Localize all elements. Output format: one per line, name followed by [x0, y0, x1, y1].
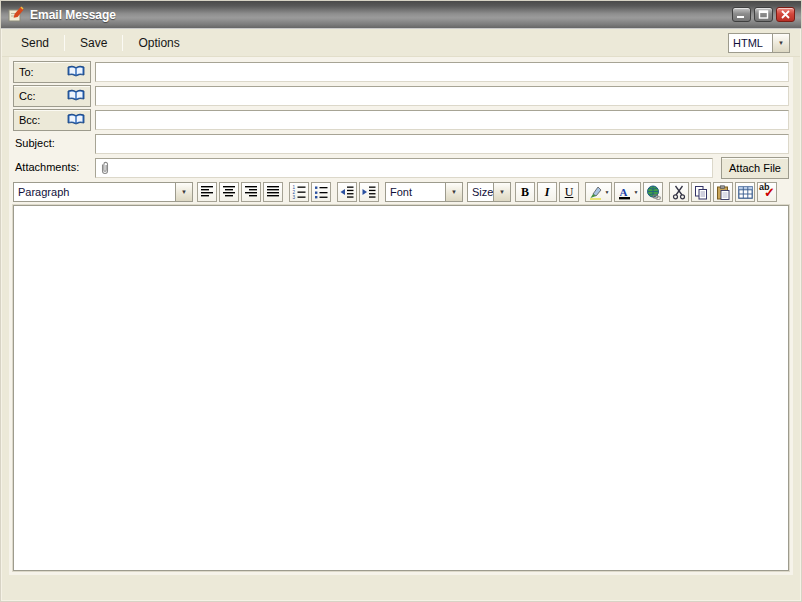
window-controls [732, 7, 795, 22]
to-row: To: [13, 61, 789, 83]
align-center-icon [222, 185, 236, 199]
subject-label: Subject: [15, 137, 55, 149]
attachments-label: Attachments: [15, 161, 79, 173]
bullet-list-icon [314, 185, 328, 199]
copy-button[interactable] [691, 182, 711, 202]
underline-icon: U [565, 185, 574, 200]
content-panel: To: Cc: [9, 57, 793, 575]
align-center-button[interactable] [219, 182, 239, 202]
compose-icon [7, 6, 24, 23]
align-left-icon [200, 185, 214, 199]
align-right-icon [244, 185, 258, 199]
highlight-icon [588, 185, 603, 200]
font-value: Font [386, 183, 445, 201]
svg-text:3: 3 [293, 195, 296, 199]
italic-button[interactable]: I [537, 182, 557, 202]
indent-icon [362, 185, 376, 199]
highlight-color-button[interactable]: ▼ [585, 182, 612, 202]
spellcheck-button[interactable]: ab ✓ [757, 182, 777, 202]
command-bar: Send Save Options HTML ▼ [2, 30, 800, 57]
spellcheck-icon: ab ✓ [759, 184, 775, 200]
align-left-button[interactable] [197, 182, 217, 202]
insert-link-button[interactable] [643, 182, 663, 202]
send-button[interactable]: Send [12, 31, 58, 55]
globe-link-icon [646, 185, 661, 200]
underline-button[interactable]: U [559, 182, 579, 202]
minimize-button[interactable] [732, 7, 751, 22]
cc-input[interactable] [95, 86, 789, 106]
attachments-row: Attachments: Attach File [13, 157, 789, 179]
to-addressbook-button[interactable]: To: [13, 61, 91, 83]
cc-row: Cc: [13, 85, 789, 107]
subject-input[interactable] [95, 134, 789, 154]
align-right-button[interactable] [241, 182, 261, 202]
numbered-list-button[interactable]: 123 [289, 182, 309, 202]
justify-button[interactable] [263, 182, 283, 202]
justify-icon [266, 185, 280, 199]
chevron-down-icon[interactable]: ▼ [175, 183, 192, 201]
outdent-icon [340, 185, 354, 199]
save-button[interactable]: Save [71, 31, 116, 55]
numbered-list-icon: 123 [292, 185, 306, 199]
email-message-window: Email Message Send Save Options HTML ▼ [0, 0, 802, 602]
address-book-icon [67, 88, 85, 104]
to-input[interactable] [95, 62, 789, 82]
chevron-down-icon: ▼ [634, 189, 639, 195]
size-select[interactable]: Size ▼ [467, 182, 511, 202]
paste-button[interactable] [713, 182, 733, 202]
bold-button[interactable]: B [515, 182, 535, 202]
size-value: Size [468, 183, 493, 201]
copy-icon [694, 185, 708, 200]
bcc-row: Bcc: [13, 109, 789, 131]
cut-button[interactable] [669, 182, 689, 202]
maximize-button[interactable] [754, 7, 773, 22]
chevron-down-icon[interactable]: ▼ [772, 34, 789, 52]
subject-row: Subject: [13, 133, 789, 155]
format-toolbar: Paragraph ▼ 123 [13, 181, 789, 203]
cut-icon [672, 185, 686, 200]
chevron-down-icon[interactable]: ▼ [493, 183, 510, 201]
font-color-icon: A [617, 185, 632, 200]
attach-file-button[interactable]: Attach File [721, 157, 789, 179]
bold-icon: B [521, 185, 529, 200]
bcc-addressbook-button[interactable]: Bcc: [13, 109, 91, 131]
italic-icon: I [545, 185, 550, 200]
font-select[interactable]: Font ▼ [385, 182, 463, 202]
cc-label: Cc: [19, 90, 36, 102]
outdent-button[interactable] [337, 182, 357, 202]
separator [64, 35, 65, 51]
svg-text:A: A [619, 185, 627, 197]
chevron-down-icon[interactable]: ▼ [445, 183, 462, 201]
indent-button[interactable] [359, 182, 379, 202]
bullet-list-button[interactable] [311, 182, 331, 202]
table-icon [738, 186, 753, 199]
address-book-icon [67, 64, 85, 80]
chevron-down-icon: ▼ [605, 189, 610, 195]
to-label: To: [19, 66, 34, 78]
bcc-label: Bcc: [19, 114, 40, 126]
font-color-button[interactable]: A ▼ [614, 182, 641, 202]
paragraph-style-value: Paragraph [14, 183, 175, 201]
format-mode-select[interactable]: HTML ▼ [728, 33, 790, 53]
options-button[interactable]: Options [129, 31, 188, 55]
separator [122, 35, 123, 51]
insert-table-button[interactable] [735, 182, 755, 202]
paste-icon [716, 185, 730, 200]
titlebar[interactable]: Email Message [1, 1, 801, 29]
bcc-input[interactable] [95, 110, 789, 130]
window-title: Email Message [30, 8, 116, 22]
format-mode-value: HTML [729, 34, 772, 52]
attachments-input[interactable] [95, 158, 713, 178]
close-button[interactable] [776, 7, 795, 22]
address-book-icon [67, 112, 85, 128]
cc-addressbook-button[interactable]: Cc: [13, 85, 91, 107]
paragraph-style-select[interactable]: Paragraph ▼ [13, 182, 193, 202]
message-body-editor[interactable] [13, 205, 789, 571]
